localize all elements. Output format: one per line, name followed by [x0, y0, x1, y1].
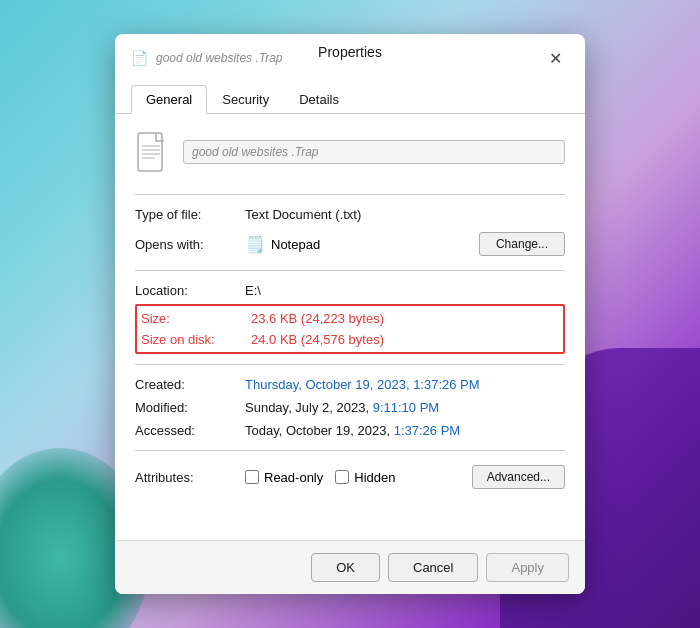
attributes-options: Read-only Hidden	[245, 470, 472, 485]
accessed-row: Accessed: Today, October 19, 2023, 1:37:…	[135, 419, 565, 442]
hidden-checkbox[interactable]	[335, 470, 349, 484]
modified-value: Sunday, July 2, 2023, 9:11:10 PM	[245, 400, 439, 415]
readonly-checkbox-item[interactable]: Read-only	[245, 470, 323, 485]
attributes-row: Attributes: Read-only Hidden Advanced...	[135, 459, 565, 495]
dialog-content: good old websites .Trap Type of file: Te…	[115, 114, 585, 540]
apply-button[interactable]: Apply	[486, 553, 569, 582]
separator-2	[135, 270, 565, 271]
modified-label: Modified:	[135, 400, 245, 415]
created-row: Created: Thursday, October 19, 2023, 1:3…	[135, 373, 565, 396]
separator-4	[135, 450, 565, 451]
title-bar: 📄 good old websites .Trap Properties ✕	[115, 34, 585, 72]
ok-button[interactable]: OK	[311, 553, 380, 582]
title-bar-left: 📄 good old websites .Trap	[131, 50, 283, 66]
file-name-display: good old websites .Trap	[183, 140, 565, 164]
location-label: Location:	[135, 283, 245, 298]
bottom-bar: OK Cancel Apply	[115, 540, 585, 594]
notepad-icon: 🗒️	[245, 235, 265, 254]
tab-security[interactable]: Security	[207, 85, 284, 114]
location-row: Location: E:\	[135, 279, 565, 302]
readonly-label: Read-only	[264, 470, 323, 485]
separator-3	[135, 364, 565, 365]
opens-app-name: Notepad	[271, 237, 320, 252]
size-disk-label: Size on disk:	[141, 332, 251, 347]
hidden-label: Hidden	[354, 470, 395, 485]
size-disk-value: 24.0 KB (24,576 bytes)	[251, 332, 384, 347]
file-header: good old websites .Trap	[135, 130, 565, 174]
properties-dialog: 📄 good old websites .Trap Properties ✕ G…	[115, 34, 585, 594]
modified-row: Modified: Sunday, July 2, 2023, 9:11:10 …	[135, 396, 565, 419]
separator-1	[135, 194, 565, 195]
tabs-container: General Security Details	[115, 76, 585, 114]
tab-details[interactable]: Details	[284, 85, 354, 114]
tab-general[interactable]: General	[131, 85, 207, 114]
opens-app: 🗒️ Notepad	[245, 235, 479, 254]
attributes-label: Attributes:	[135, 470, 245, 485]
close-button[interactable]: ✕	[541, 44, 569, 72]
size-disk-row: Size on disk: 24.0 KB (24,576 bytes)	[137, 329, 563, 350]
accessed-value: Today, October 19, 2023, 1:37:26 PM	[245, 423, 460, 438]
advanced-button[interactable]: Advanced...	[472, 465, 565, 489]
opens-with-row: Opens with: 🗒️ Notepad Change...	[135, 226, 565, 262]
opens-label: Opens with:	[135, 237, 245, 252]
readonly-checkbox[interactable]	[245, 470, 259, 484]
created-label: Created:	[135, 377, 245, 392]
dialog-title: Properties	[318, 44, 382, 60]
file-type-icon	[135, 130, 171, 174]
cancel-button[interactable]: Cancel	[388, 553, 478, 582]
created-value: Thursday, October 19, 2023, 1:37:26 PM	[245, 377, 480, 392]
size-highlight-box: Size: 23.6 KB (24,223 bytes) Size on dis…	[135, 304, 565, 354]
type-label: Type of file:	[135, 207, 245, 222]
accessed-label: Accessed:	[135, 423, 245, 438]
change-button[interactable]: Change...	[479, 232, 565, 256]
size-row: Size: 23.6 KB (24,223 bytes)	[137, 308, 563, 329]
svg-rect-0	[138, 133, 162, 171]
size-label: Size:	[141, 311, 251, 326]
title-filename: good old websites .Trap	[156, 51, 283, 65]
title-file-icon: 📄	[131, 50, 148, 66]
type-row: Type of file: Text Document (.txt)	[135, 203, 565, 226]
hidden-checkbox-item[interactable]: Hidden	[335, 470, 395, 485]
size-value: 23.6 KB (24,223 bytes)	[251, 311, 384, 326]
type-value: Text Document (.txt)	[245, 207, 361, 222]
location-value: E:\	[245, 283, 261, 298]
